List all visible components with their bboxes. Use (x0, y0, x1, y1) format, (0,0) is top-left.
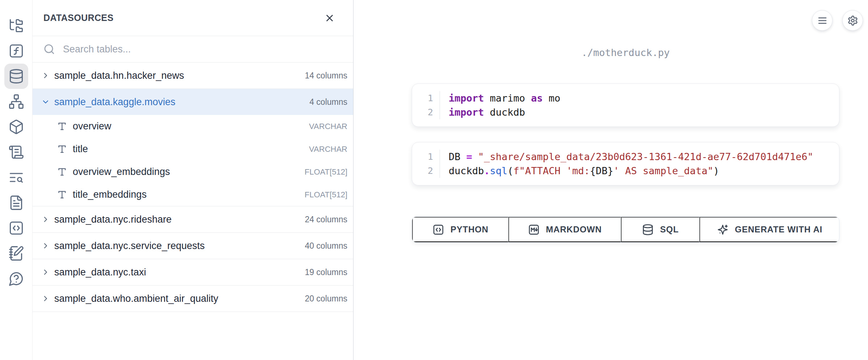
search-tables-input[interactable] (63, 44, 342, 55)
code-cell[interactable]: 12DB = "_share/sample_data/23b0d623-1361… (412, 142, 839, 185)
notebook-column: ./motherduck.py 12import marimo as moimp… (412, 47, 839, 243)
sidebar-item-documentation[interactable] (4, 190, 28, 215)
gear-icon (847, 15, 858, 26)
text-search-icon (8, 170, 24, 185)
table-row[interactable]: sample_data.nyc.service_requests40 colum… (33, 233, 353, 259)
add-cell-sql-button[interactable]: SQL (621, 217, 699, 242)
add-cell-bar: PYTHONMARKDOWNSQLGENERATE WITH AI (412, 217, 839, 243)
scroll-text-icon (8, 144, 24, 160)
add-cell-button-label: PYTHON (450, 224, 488, 235)
table-row[interactable]: sample_data.who.ambient_air_quality20 co… (33, 286, 353, 312)
app-window: DATASOURCES sample_data.hn.hacker_news14… (0, 0, 868, 360)
add-cell-python-button[interactable]: PYTHON (412, 217, 508, 242)
column-type: VARCHAR (309, 145, 347, 154)
cells-container: 12import marimo as moimport duckdb12DB =… (412, 83, 839, 185)
table-column-count: 4 columns (309, 97, 347, 107)
close-panel-button[interactable] (322, 10, 337, 26)
table-group: sample_data.nyc.rideshare24 columns (33, 206, 353, 233)
column-name: title (73, 143, 303, 155)
column-row[interactable]: overviewVARCHAR (33, 115, 353, 138)
table-name: sample_data.nyc.taxi (54, 267, 300, 278)
chevron-down-icon (41, 98, 50, 106)
sidebar-item-scratchpad[interactable] (4, 241, 28, 266)
table-column-count: 14 columns (305, 71, 347, 81)
add-cell-button-label: MARKDOWN (546, 224, 602, 235)
table-name: sample_data.hn.hacker_news (54, 70, 300, 81)
notebook-main-area: ./motherduck.py 12import marimo as moimp… (353, 0, 868, 360)
type-icon (57, 121, 67, 131)
type-icon (57, 167, 67, 177)
table-column-count: 20 columns (305, 294, 347, 304)
notebook-menu-button[interactable] (812, 10, 833, 31)
notebook-filename: ./motherduck.py (412, 47, 839, 58)
type-icon (57, 190, 67, 200)
chevron-right-icon (41, 215, 50, 224)
close-icon (324, 13, 335, 23)
chevron-right-icon (41, 268, 50, 277)
table-group: sample_data.who.ambient_air_quality20 co… (33, 286, 353, 312)
notebook-pen-icon (8, 245, 24, 261)
column-type: FLOAT[512] (305, 190, 347, 200)
chevron-right-icon (41, 241, 50, 250)
database-icon (642, 224, 654, 236)
code-square-icon (8, 220, 24, 236)
database-icon (8, 68, 24, 84)
table-name: sample_data.nyc.service_requests (54, 240, 300, 252)
table-group: sample_data.nyc.taxi19 columns (33, 259, 353, 286)
column-name: overview (73, 121, 303, 132)
table-column-count: 19 columns (305, 267, 347, 277)
column-row[interactable]: titleVARCHAR (33, 138, 353, 160)
sidebar-item-packages[interactable] (4, 114, 28, 140)
settings-button[interactable] (842, 10, 863, 31)
sidebar-item-variables[interactable] (4, 38, 28, 64)
column-name: title_embeddings (73, 189, 299, 200)
column-type: VARCHAR (309, 122, 347, 131)
table-list: sample_data.hn.hacker_news14 columnssamp… (33, 63, 353, 360)
package-icon (8, 119, 24, 135)
chevron-right-icon (41, 71, 50, 80)
column-type: FLOAT[512] (305, 167, 347, 177)
add-cell-generate-with-ai-button[interactable]: GENERATE WITH AI (699, 217, 839, 242)
icon-sidebar (0, 0, 33, 360)
code-square-icon (432, 224, 444, 236)
sidebar-item-snippets[interactable] (4, 215, 28, 241)
table-row[interactable]: sample_data.kaggle.movies4 columns (33, 89, 353, 115)
table-row[interactable]: sample_data.hn.hacker_news14 columns (33, 63, 353, 89)
help-chat-icon (8, 271, 24, 287)
sidebar-item-logs[interactable] (4, 140, 28, 165)
top-actions (812, 10, 863, 31)
code-editor[interactable]: import marimo as moimport duckdb (440, 91, 560, 119)
add-cell-markdown-button[interactable]: MARKDOWN (508, 217, 621, 242)
hamburger-menu-icon (817, 15, 828, 26)
table-name: sample_data.kaggle.movies (54, 97, 305, 108)
table-row[interactable]: sample_data.nyc.rideshare24 columns (33, 206, 353, 232)
table-group: sample_data.hn.hacker_news14 columns (33, 63, 353, 89)
panel-title: DATASOURCES (43, 13, 114, 23)
network-icon (8, 94, 24, 110)
column-row[interactable]: overview_embeddingsFLOAT[512] (33, 160, 353, 183)
sidebar-item-tracebacks[interactable] (4, 165, 28, 190)
sidebar-item-datasources[interactable] (4, 64, 28, 89)
line-number-gutter: 12 (412, 91, 440, 119)
table-group: sample_data.nyc.service_requests40 colum… (33, 233, 353, 259)
table-name: sample_data.who.ambient_air_quality (54, 293, 300, 304)
chevron-right-icon (41, 294, 50, 303)
sidebar-item-files[interactable] (4, 13, 28, 38)
column-row[interactable]: title_embeddingsFLOAT[512] (33, 183, 353, 206)
sparkles-icon (717, 224, 729, 236)
type-icon (57, 144, 67, 154)
sidebar-item-dependencies[interactable] (4, 89, 28, 114)
column-name: overview_embeddings (73, 166, 299, 177)
panel-header: DATASOURCES (33, 0, 353, 36)
table-column-count: 40 columns (305, 241, 347, 251)
table-name: sample_data.nyc.rideshare (54, 214, 300, 225)
markdown-square-icon (528, 224, 540, 236)
code-editor[interactable]: DB = "_share/sample_data/23b0d623-1361-4… (440, 150, 813, 178)
code-cell[interactable]: 12import marimo as moimport duckdb (412, 83, 839, 127)
sidebar-item-help[interactable] (4, 266, 28, 291)
add-cell-button-label: GENERATE WITH AI (735, 224, 822, 235)
search-icon (43, 43, 55, 55)
table-column-count: 24 columns (305, 215, 347, 224)
search-row (33, 36, 353, 63)
table-row[interactable]: sample_data.nyc.taxi19 columns (33, 259, 353, 285)
